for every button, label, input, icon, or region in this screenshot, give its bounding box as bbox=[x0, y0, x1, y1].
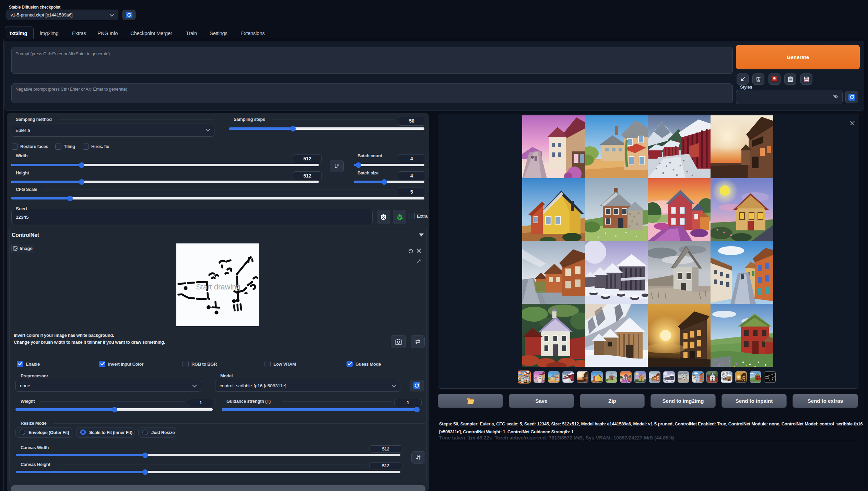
svg-text:Start drawing: Start drawing bbox=[196, 283, 241, 291]
